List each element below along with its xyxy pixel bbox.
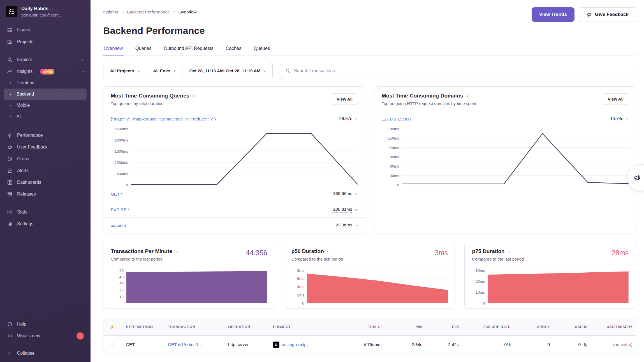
tab-outbound-api-requests[interactable]: Outbound API Requests bbox=[163, 46, 214, 55]
col-http-method[interactable]: HTTP METHOD bbox=[121, 325, 163, 329]
sidebar-item-ai[interactable]: AI bbox=[4, 111, 87, 122]
cell-project: N testing-nextj… bbox=[268, 336, 343, 354]
col-operation[interactable]: OPERATION bbox=[224, 325, 268, 329]
sidebar-item-dashboards[interactable]: Dashboards bbox=[4, 177, 87, 188]
sidebar-item-label: Stats bbox=[17, 210, 27, 215]
sidebar-item-help[interactable]: ? Help bbox=[4, 318, 87, 330]
sidebar-item-whats-new[interactable]: What's new bbox=[4, 330, 87, 342]
domains-panel-title-dropdown[interactable]: Most Time-Consuming Domains bbox=[382, 93, 629, 99]
sidebar-item-crons[interactable]: Crons bbox=[4, 153, 87, 165]
sort-desc-icon: ↓ bbox=[377, 325, 380, 329]
queries-panel-title-dropdown[interactable]: Most Time-Consuming Queries bbox=[111, 93, 358, 99]
sidebar-item-backend[interactable]: Backend bbox=[4, 89, 87, 100]
search-input[interactable] bbox=[294, 68, 631, 73]
sidebar-item-stats[interactable]: Stats bbox=[4, 206, 87, 218]
sidebar-item-user-feedback[interactable]: User Feedback bbox=[4, 141, 87, 153]
sidebar-item-label: Backend bbox=[17, 92, 34, 97]
breadcrumb-insights[interactable]: Insights bbox=[103, 10, 118, 15]
tab-caches[interactable]: Caches bbox=[225, 46, 242, 55]
sidebar-item-explore[interactable]: Explore bbox=[4, 54, 87, 66]
tab-bar: Overview Queries Outbound API Requests C… bbox=[103, 46, 636, 55]
domains-view-all-button[interactable]: View All bbox=[602, 93, 629, 105]
p50-value: 3ms bbox=[435, 249, 448, 257]
table-header-row: ★ HTTP METHOD TRANSACTION OPERATION PROJ… bbox=[103, 318, 636, 336]
sidebar-item-mobile[interactable]: Mobile bbox=[4, 100, 87, 111]
archive-icon bbox=[7, 191, 13, 197]
line-plot bbox=[402, 129, 629, 185]
query-duration-toggle[interactable]: 206.81ms bbox=[333, 207, 358, 213]
org-user-email: benjamin.coe@sent… bbox=[21, 13, 63, 17]
sidebar-item-label: Releases bbox=[17, 192, 36, 197]
search-icon bbox=[7, 57, 13, 63]
p75-title-dropdown[interactable]: p75 Duration bbox=[472, 248, 524, 254]
metric-subtitle: Compared to the last period bbox=[291, 257, 343, 261]
sidebar-collapse-button[interactable]: Collapse bbox=[4, 347, 87, 359]
sidebar-item-label: Performance bbox=[17, 133, 43, 138]
sidebar-item-settings[interactable]: Settings bbox=[4, 218, 87, 230]
transaction-link[interactable]: GET /v1/notes/t… bbox=[168, 342, 202, 347]
col-apdex[interactable]: APDEX bbox=[515, 325, 554, 329]
col-user-misery[interactable]: USER MISERY bbox=[592, 325, 636, 329]
sidebar-item-label: Insights bbox=[17, 69, 33, 74]
bullet-dot bbox=[10, 105, 11, 106]
project-filter[interactable]: All Projects bbox=[103, 63, 146, 79]
query-duration-toggle[interactable]: 335.96ms bbox=[333, 191, 358, 197]
queries-view-all-button[interactable]: View All bbox=[331, 93, 358, 105]
sidebar-item-performance[interactable]: Performance bbox=[4, 129, 87, 141]
chevron-up-icon bbox=[626, 118, 629, 121]
favorite-star-icon[interactable]: ☆ bbox=[110, 342, 115, 348]
sidebar-item-insights[interactable]: Insights alpha bbox=[4, 66, 87, 77]
chevron-down-icon bbox=[355, 192, 358, 195]
org-switcher[interactable]: Daily Habits benjamin.coe@sent… bbox=[4, 4, 87, 17]
query-link[interactable]: GET * bbox=[111, 192, 122, 197]
domain-duration-toggle[interactable]: 14.74s bbox=[610, 116, 629, 122]
p50-title-dropdown[interactable]: p50 Duration bbox=[291, 248, 343, 254]
col-tpm-sorted[interactable]: TPM↓ bbox=[343, 325, 385, 329]
star-icon[interactable]: ★ bbox=[110, 324, 115, 330]
sidebar-bottom-group: ? Help What's new Collapse bbox=[4, 318, 87, 359]
tab-queues[interactable]: Queues bbox=[253, 46, 271, 55]
query-rows: GET * 335.96ms EXPIRE * 206.81ms connect bbox=[103, 186, 365, 233]
sidebar-spacer bbox=[4, 122, 87, 129]
breadcrumb-backend-performance[interactable]: Backend Performance bbox=[127, 10, 170, 15]
cell-tpm: 4.79/min bbox=[343, 336, 385, 354]
cell-http-method: GET bbox=[121, 336, 163, 354]
col-p95[interactable]: P95 bbox=[427, 325, 463, 329]
sidebar-item-releases[interactable]: Releases bbox=[4, 188, 87, 200]
col-failure-rate[interactable]: FAILURE RATE bbox=[463, 325, 515, 329]
environment-filter[interactable]: All Envs bbox=[146, 63, 182, 79]
query-total-duration: 335.96ms bbox=[333, 191, 352, 197]
give-feedback-button[interactable]: Give Feedback bbox=[579, 7, 636, 22]
sidebar-item-projects[interactable]: Projects bbox=[4, 36, 87, 48]
query-row-expanded: {"map":"?","mapReduce":"$cmd","out":"?",… bbox=[103, 111, 365, 127]
sidebar-item-label: Alerts bbox=[17, 168, 29, 173]
query-duration-toggle[interactable]: 29.87s bbox=[339, 116, 358, 122]
col-project[interactable]: PROJECT bbox=[268, 325, 343, 329]
query-duration-toggle[interactable]: 22.36ms bbox=[336, 222, 358, 228]
col-transaction[interactable]: TRANSACTION bbox=[163, 325, 224, 329]
query-link[interactable]: {"map":"?","mapReduce":"$cmd","out":"?",… bbox=[111, 117, 216, 122]
date-range-filter[interactable]: Oct 28, 11:13 AM–Oct 28, 11:19 AM bbox=[182, 63, 272, 79]
project-link[interactable]: testing-nextj… bbox=[282, 342, 309, 347]
tab-overview[interactable]: Overview bbox=[103, 46, 124, 55]
tpm-title-dropdown[interactable]: Transactions Per Minute bbox=[111, 248, 178, 254]
p75-duration-card: p75 Duration Compared to the last period… bbox=[464, 242, 636, 308]
col-users[interactable]: USERS bbox=[554, 325, 592, 329]
tab-queries[interactable]: Queries bbox=[135, 46, 152, 55]
tpm-area-chart: 5040302010 bbox=[111, 267, 267, 303]
chevron-down-icon bbox=[263, 69, 266, 72]
transaction-search[interactable] bbox=[280, 63, 636, 79]
query-link[interactable]: connect bbox=[111, 223, 126, 228]
table-row: ☆ GET GET /v1/notes/t… http.server N tes… bbox=[103, 336, 636, 354]
col-p50[interactable]: P50 bbox=[385, 325, 427, 329]
org-name: Daily Habits bbox=[21, 6, 48, 11]
domain-link[interactable]: 127.0.0.1:3000 bbox=[382, 117, 411, 122]
sidebar-item-alerts[interactable]: Alerts bbox=[4, 165, 87, 177]
sidebar-item-frontend[interactable]: Frontend bbox=[4, 77, 87, 89]
sidebar-item-issues[interactable]: Issues bbox=[4, 24, 87, 36]
chevron-down-icon bbox=[51, 7, 54, 10]
query-link[interactable]: EXPIRE * bbox=[111, 207, 129, 212]
trend-line-icon bbox=[7, 68, 13, 75]
chevron-down-icon bbox=[327, 250, 330, 252]
view-trends-button[interactable]: View Trends bbox=[532, 7, 574, 22]
